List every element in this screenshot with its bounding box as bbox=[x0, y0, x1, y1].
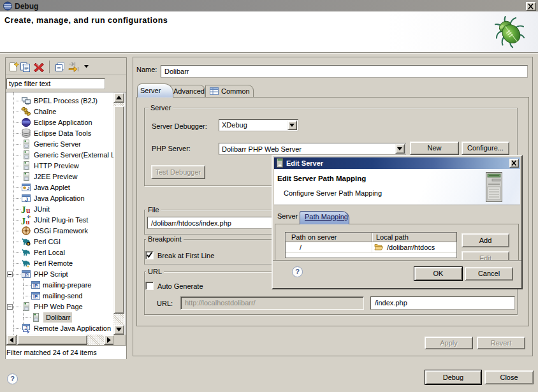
svg-text:u: u bbox=[26, 207, 31, 214]
svg-text:P: P bbox=[34, 283, 38, 289]
svg-text:J: J bbox=[25, 196, 28, 203]
svg-text:J: J bbox=[21, 217, 25, 226]
svg-text:J: J bbox=[21, 205, 26, 215]
svg-text:J: J bbox=[25, 325, 27, 331]
svg-text:P: P bbox=[25, 272, 28, 278]
svg-text:u: u bbox=[26, 218, 30, 226]
svg-text:J: J bbox=[27, 185, 29, 191]
svg-text:P: P bbox=[34, 294, 38, 300]
